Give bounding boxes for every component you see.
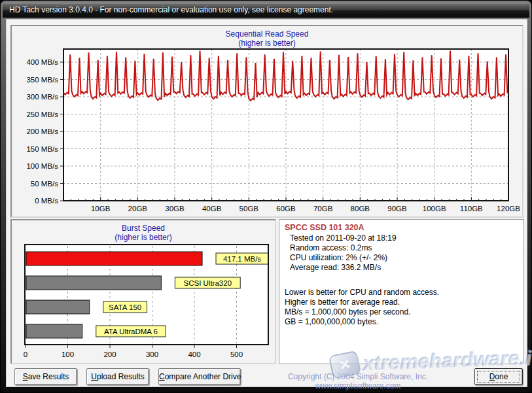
svg-text:100GB: 100GB (423, 205, 446, 213)
svg-text:400 MB/s: 400 MB/s (26, 58, 58, 66)
copyright-text: Copyright (C) 2004 Simpli Software, Inc.… (250, 372, 466, 390)
svg-text:100: 100 (62, 350, 74, 358)
sequential-read-chart: 0 MB/s50 MB/s100 MB/s150 MB/s200 MB/s250… (12, 26, 522, 216)
note-line-1: Lower is better for CPU and random acces… (285, 288, 518, 298)
info-spacer (285, 273, 518, 288)
tested-on-line: Tested on 2011-09-20 at 18:19 (285, 233, 518, 243)
compare-label: ompare Another Drive (165, 372, 241, 381)
svg-text:417.1 MB/s: 417.1 MB/s (223, 255, 261, 263)
upload-label: pload Results (97, 372, 145, 381)
average-read-line: Average read: 336.2 MB/s (285, 263, 518, 273)
sequential-read-panel: Sequential Read Speed (higher is better)… (10, 25, 523, 218)
titlebar: HD Tach version 3.0.4.0 - For non-commer… (3, 3, 529, 18)
dialog-content: Sequential Read Speed (higher is better)… (6, 19, 527, 387)
cpu-utilization-line: CPU utilization: 2% (+/- 2%) (285, 253, 518, 263)
done-label: one (495, 372, 508, 381)
svg-text:70GB: 70GB (313, 205, 333, 213)
drive-info-panel: SPCC SSD 101 320A Tested on 2011-09-20 a… (279, 219, 524, 364)
svg-text:200: 200 (103, 350, 116, 358)
note-line-3: MB/s = 1,000,000 bytes per second. (285, 307, 518, 317)
drive-name: SPCC SSD 101 320A (285, 223, 518, 232)
burst-chart-title: Burst Speed (12, 224, 275, 233)
svg-text:500: 500 (230, 350, 243, 358)
svg-text:20GB: 20GB (128, 205, 148, 213)
burst-speed-panel: Burst Speed (higher is better) 010020030… (10, 219, 276, 364)
upload-access-key: U (91, 372, 97, 381)
svg-text:50GB: 50GB (239, 205, 259, 213)
sequential-chart-subtitle: (higher is better) (12, 39, 522, 48)
save-access-key: S (23, 372, 28, 381)
note-line-4: GB = 1,000,000,000 bytes. (285, 317, 518, 327)
svg-text:110GB: 110GB (460, 205, 483, 213)
note-line-2: Higher is better for average read. (285, 298, 518, 307)
svg-text:80GB: 80GB (351, 205, 370, 213)
svg-text:120GB: 120GB (497, 205, 520, 213)
svg-text:200 MB/s: 200 MB/s (26, 128, 58, 135)
svg-text:90GB: 90GB (387, 205, 407, 213)
window-title: HD Tach version 3.0.4.0 - For non-commer… (9, 5, 333, 14)
upload-results-button[interactable]: Upload Results (86, 368, 149, 385)
svg-text:30GB: 30GB (165, 205, 185, 213)
svg-text:150 MB/s: 150 MB/s (26, 145, 58, 153)
svg-text:0: 0 (24, 350, 27, 358)
svg-text:60GB: 60GB (276, 205, 296, 213)
sequential-chart-title: Sequential Read Speed (12, 29, 522, 39)
svg-text:10GB: 10GB (91, 205, 111, 213)
random-access-line: Random access: 0.2ms (285, 243, 518, 253)
svg-text:40GB: 40GB (202, 205, 222, 213)
done-access-key: D (489, 372, 495, 381)
save-results-button[interactable]: Save Results (14, 368, 77, 385)
burst-chart-subtitle: (higher is better) (12, 233, 275, 242)
svg-text:ATA UltraDMA 6: ATA UltraDMA 6 (104, 328, 158, 335)
svg-text:50 MB/s: 50 MB/s (31, 180, 58, 188)
compare-access-key: C (159, 372, 165, 381)
svg-text:0 MB/s: 0 MB/s (35, 197, 58, 205)
svg-text:300 MB/s: 300 MB/s (26, 93, 58, 101)
svg-text:350 MB/s: 350 MB/s (26, 76, 58, 84)
svg-text:250 MB/s: 250 MB/s (26, 111, 58, 118)
svg-text:300: 300 (146, 350, 158, 358)
hdtach-window: HD Tach version 3.0.4.0 - For non-commer… (0, 0, 532, 393)
svg-text:400: 400 (188, 350, 200, 358)
svg-text:SATA 150: SATA 150 (109, 303, 141, 311)
done-button[interactable]: Done (474, 368, 523, 385)
compare-another-drive-button[interactable]: Compare Another Drive (158, 368, 241, 385)
save-label: ave Results (28, 372, 69, 381)
svg-text:100 MB/s: 100 MB/s (26, 162, 58, 170)
svg-text:SCSI Ultra320: SCSI Ultra320 (184, 279, 232, 287)
